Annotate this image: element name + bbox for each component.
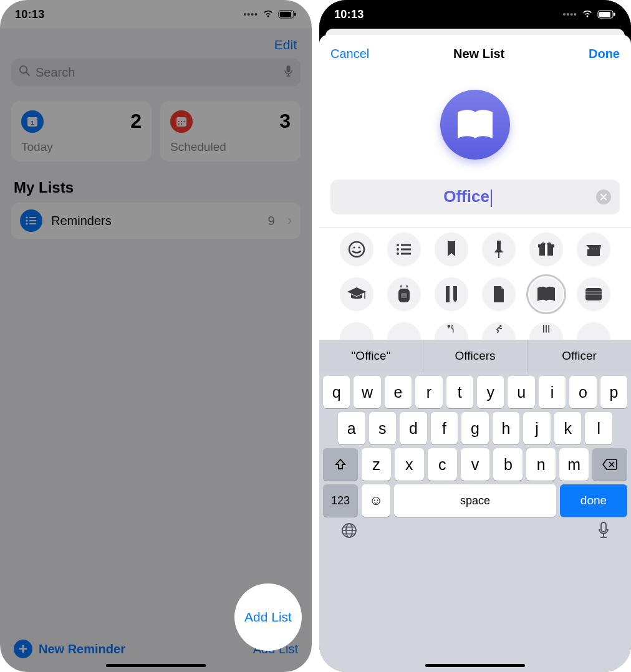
running-icon[interactable] <box>482 322 516 340</box>
key-f[interactable]: f <box>431 412 458 444</box>
key-d[interactable]: d <box>400 412 427 444</box>
svg-rect-1 <box>280 12 291 17</box>
shift-key[interactable] <box>323 448 358 481</box>
key-z[interactable]: z <box>362 448 391 481</box>
bookmark-icon[interactable] <box>435 233 468 266</box>
svg-rect-15 <box>178 123 180 125</box>
cellular-dots-icon: •••• <box>562 9 577 19</box>
list-icon[interactable] <box>387 233 421 266</box>
mic-icon[interactable] <box>284 65 293 80</box>
key-s[interactable]: s <box>369 412 397 444</box>
key-x[interactable]: x <box>395 448 424 481</box>
svg-rect-12 <box>178 121 180 122</box>
keyboard-done-key[interactable]: done <box>560 484 627 517</box>
sheet-title: New List <box>453 47 504 61</box>
suggestion[interactable]: Officers <box>423 340 527 372</box>
name-field[interactable]: Office <box>330 180 620 214</box>
utensils2-icon[interactable] <box>529 322 563 340</box>
add-list-highlight[interactable]: Add List <box>234 583 302 651</box>
svg-point-19 <box>26 219 27 221</box>
svg-rect-45 <box>585 291 602 292</box>
key-m[interactable]: m <box>559 448 589 481</box>
svg-rect-42 <box>446 286 450 302</box>
status-bar: 10:13 •••• <box>0 0 312 29</box>
key-p[interactable]: p <box>600 376 627 408</box>
backspace-key[interactable] <box>592 448 627 481</box>
key-i[interactable]: i <box>539 376 566 408</box>
edit-button[interactable]: Edit <box>274 37 297 52</box>
new-reminder-button[interactable]: + New Reminder <box>14 640 125 658</box>
svg-rect-24 <box>599 12 610 17</box>
key-e[interactable]: e <box>385 376 412 408</box>
globe-icon[interactable] <box>340 522 358 542</box>
key-w[interactable]: w <box>354 376 380 408</box>
icon-partial[interactable] <box>577 322 610 340</box>
key-o[interactable]: o <box>569 376 596 408</box>
svg-point-21 <box>26 223 27 224</box>
icon-picker[interactable] <box>319 227 631 340</box>
suggestion[interactable]: Officer <box>527 340 631 372</box>
backpack-icon[interactable] <box>387 277 421 311</box>
search-input[interactable]: Search <box>11 59 301 86</box>
key-q[interactable]: q <box>323 376 350 408</box>
scheduled-card[interactable]: 3 Scheduled <box>160 101 301 161</box>
done-button[interactable]: Done <box>589 47 620 61</box>
today-count: 2 <box>130 110 142 133</box>
suggestion[interactable]: "Office" <box>319 340 423 372</box>
key-r[interactable]: r <box>415 376 442 408</box>
list-name-input[interactable]: Office <box>339 187 596 206</box>
svg-rect-14 <box>184 121 185 122</box>
scheduled-count: 3 <box>279 110 291 133</box>
key-j[interactable]: j <box>523 412 551 444</box>
today-card[interactable]: 1 2 Today <box>11 101 152 161</box>
utensils-icon[interactable] <box>435 322 468 340</box>
dictation-mic-icon[interactable] <box>597 522 610 542</box>
store-icon[interactable] <box>577 233 610 266</box>
numbers-key[interactable]: 123 <box>323 484 358 517</box>
list-icon-preview <box>440 90 510 160</box>
document-icon[interactable] <box>482 277 516 311</box>
key-h[interactable]: h <box>493 412 520 444</box>
keyboard[interactable]: "Office" Officers Officer q w e r t y u … <box>319 340 631 672</box>
book-icon <box>455 108 495 141</box>
wallet-icon[interactable] <box>577 277 610 311</box>
icon-partial[interactable] <box>387 322 421 340</box>
home-indicator[interactable] <box>425 664 525 667</box>
key-u[interactable]: u <box>508 376 534 408</box>
emoji-key[interactable]: ☺ <box>362 484 390 517</box>
clear-text-button[interactable] <box>596 190 611 204</box>
smiley-icon[interactable] <box>340 233 373 266</box>
reminders-home-screen: 10:13 •••• Edit Search 1 2 Today <box>0 0 312 672</box>
key-k[interactable]: k <box>554 412 582 444</box>
key-v[interactable]: v <box>461 448 490 481</box>
key-t[interactable]: t <box>446 376 473 408</box>
pin-icon[interactable] <box>482 233 516 266</box>
space-key[interactable]: space <box>394 484 556 517</box>
svg-rect-34 <box>401 253 411 255</box>
calendar-today-icon: 1 <box>21 110 44 133</box>
svg-rect-38 <box>587 249 600 256</box>
key-n[interactable]: n <box>526 448 556 481</box>
list-row-reminders[interactable]: Reminders 9 › <box>11 203 301 239</box>
svg-point-29 <box>397 244 399 246</box>
gift-icon[interactable] <box>529 233 563 266</box>
svg-point-17 <box>26 216 27 218</box>
ruler-pencil-icon[interactable] <box>435 277 468 311</box>
key-b[interactable]: b <box>493 448 523 481</box>
cancel-button[interactable]: Cancel <box>330 47 369 61</box>
home-indicator[interactable] <box>106 664 206 667</box>
key-a[interactable]: a <box>338 412 365 444</box>
cellular-dots-icon: •••• <box>243 9 258 19</box>
key-c[interactable]: c <box>428 448 457 481</box>
svg-point-31 <box>397 248 399 251</box>
calendar-scheduled-icon <box>170 110 193 133</box>
svg-rect-25 <box>614 13 615 16</box>
icon-partial[interactable] <box>340 322 373 340</box>
graduation-cap-icon[interactable] <box>340 277 373 311</box>
book-icon-option[interactable] <box>529 277 563 311</box>
svg-point-26 <box>349 242 364 257</box>
key-g[interactable]: g <box>461 412 489 444</box>
key-l[interactable]: l <box>585 412 612 444</box>
new-reminder-label: New Reminder <box>39 642 125 656</box>
key-y[interactable]: y <box>477 376 504 408</box>
